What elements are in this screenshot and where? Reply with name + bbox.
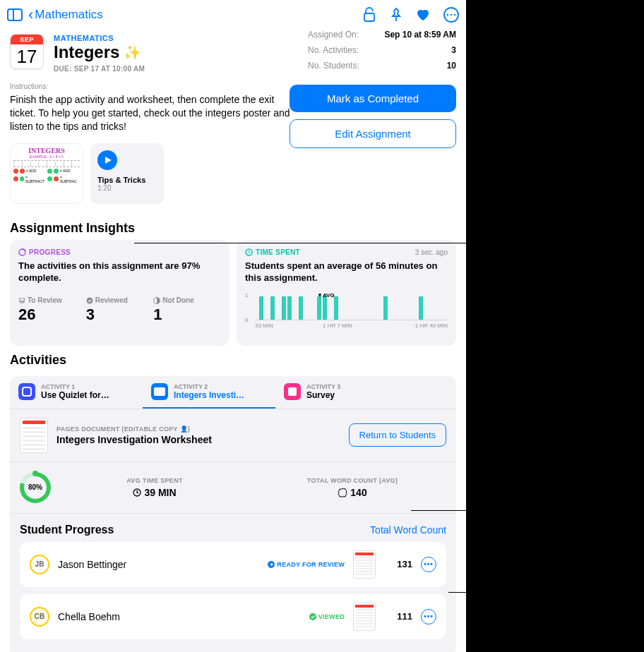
- document-name: Integers Investigation Worksheet: [56, 434, 212, 445]
- not-done-value: 1: [153, 306, 221, 324]
- student-progress-heading: Student Progress: [20, 524, 114, 536]
- subject-label: MATHEMATICS: [54, 34, 145, 42]
- badge-icon: [338, 488, 347, 497]
- insights-heading: Assignment Insights: [0, 214, 466, 240]
- document-thumbnail[interactable]: [20, 418, 48, 453]
- inbox-icon: [18, 298, 25, 303]
- svg-point-2: [447, 14, 449, 16]
- work-thumbnail[interactable]: [353, 550, 376, 579]
- clock-icon: [133, 488, 141, 497]
- half-circle-icon: [153, 297, 160, 304]
- clock-icon: [245, 248, 253, 256]
- svg-point-6: [86, 297, 93, 303]
- time-spent-chart: 1 0 ▼AVG 33 MIN 1 HR 7 MIN 1 HR 40 MIN: [245, 294, 448, 329]
- calendar-month: SEP: [11, 35, 43, 44]
- metrics-row: 80% AVG TIME SPENT 39 MIN TOTAL WORD COU…: [10, 462, 456, 514]
- row-more-button[interactable]: •••: [421, 557, 436, 572]
- svg-point-4: [454, 14, 456, 16]
- tab-activity-3[interactable]: ACTIVITY 3Survey: [275, 376, 408, 409]
- progress-tag: PROGRESS: [18, 248, 221, 256]
- document-row: PAGES DOCUMENT (EDITABLE COPY 👤) Integer…: [10, 409, 456, 462]
- student-row[interactable]: JB Jason Bettinger READY FOR REVIEW 131 …: [20, 542, 446, 587]
- progress-icon: [18, 248, 26, 256]
- reviewed-value: 3: [86, 306, 154, 324]
- time-spent-summary: Students spent an average of 56 minutes …: [245, 260, 448, 284]
- work-thumbnail[interactable]: [353, 603, 376, 631]
- callout-line: [448, 592, 466, 593]
- avg-time-value: 39 MIN: [144, 487, 176, 498]
- time-spent-card[interactable]: TIME SPENT 3 sec. ago Students spent an …: [237, 240, 456, 346]
- back-button[interactable]: ‹ Mathematics: [28, 6, 103, 24]
- sparkles-icon: ✨: [124, 44, 141, 61]
- video-title: Tips & Tricks: [90, 170, 164, 184]
- avatar: CB: [30, 607, 49, 627]
- svg-point-11: [309, 613, 316, 620]
- more-icon[interactable]: [443, 7, 459, 23]
- student-name: Chella Boehm: [58, 611, 301, 622]
- row-more-button[interactable]: •••: [421, 609, 436, 624]
- student-name: Jason Bettinger: [58, 559, 259, 570]
- completion-ring: 80%: [20, 472, 51, 503]
- instructions-text: Finish the app activity and worksheet, t…: [10, 93, 292, 133]
- time-spent-timestamp: 3 sec. ago: [415, 248, 448, 256]
- svg-rect-0: [364, 13, 374, 21]
- callout-line: [411, 510, 466, 511]
- video-duration: 1:20: [90, 184, 164, 192]
- lock-open-icon[interactable]: [363, 7, 377, 23]
- check-circle-icon: [309, 613, 316, 620]
- chevron-left-icon: ‹: [28, 6, 33, 24]
- attachment-poster[interactable]: INTEGERS EXAMPLE: -3 + 8 = 5 = ADD = ADD…: [10, 143, 83, 204]
- play-icon: [97, 150, 117, 170]
- folder-icon: [151, 383, 168, 400]
- tab-activity-2[interactable]: ACTIVITY 2Integers Investi…: [143, 376, 275, 409]
- document-type: PAGES DOCUMENT (EDITABLE COPY 👤): [56, 425, 212, 433]
- avatar: JB: [30, 555, 49, 574]
- due-date: DUE: SEP 17 AT 10:00 AM: [54, 65, 145, 73]
- student-row[interactable]: CB Chella Boehm VIEWED 111 •••: [20, 594, 446, 639]
- calendar-icon: SEP 17: [10, 34, 44, 69]
- tab-activity-1[interactable]: ACTIVITY 1Use Quizlet for…: [10, 376, 143, 409]
- check-circle-icon: [86, 297, 93, 304]
- sidebar-toggle-icon[interactable]: [7, 8, 23, 21]
- quizlet-icon: [18, 383, 35, 400]
- progress-summary: The activities on this assignment are 97…: [18, 260, 221, 284]
- page-title: Integers ✨: [54, 42, 145, 62]
- to-review-value: 26: [18, 306, 86, 324]
- calendar-day: 17: [11, 44, 43, 68]
- word-count: 131: [384, 559, 412, 569]
- sort-dropdown[interactable]: Total Word Count: [370, 524, 446, 536]
- heart-icon[interactable]: [415, 8, 431, 22]
- back-label: Mathematics: [35, 8, 102, 22]
- survey-icon: [284, 383, 301, 400]
- pin-icon[interactable]: [390, 7, 402, 23]
- svg-point-3: [451, 14, 453, 16]
- activities-heading: Activities: [0, 346, 466, 372]
- word-count-value: 140: [350, 487, 366, 498]
- edit-assignment-button[interactable]: Edit Assignment: [290, 119, 456, 148]
- callout-line: [134, 243, 466, 243]
- arrow-circle-icon: [268, 561, 275, 568]
- mark-completed-button[interactable]: Mark as Completed: [290, 85, 456, 112]
- status-badge: VIEWED: [309, 613, 345, 620]
- return-to-students-button[interactable]: Return to Students: [349, 423, 446, 447]
- avg-marker: ▼AVG: [317, 292, 335, 298]
- attachment-video[interactable]: Tips & Tricks 1:20: [90, 143, 164, 204]
- progress-card[interactable]: PROGRESS The activities on this assignme…: [10, 240, 229, 346]
- word-count: 111: [384, 611, 412, 622]
- status-badge: READY FOR REVIEW: [268, 561, 345, 568]
- assignment-meta: Assigned On:Sep 10 at 8:59 AM No. Activi…: [308, 27, 456, 73]
